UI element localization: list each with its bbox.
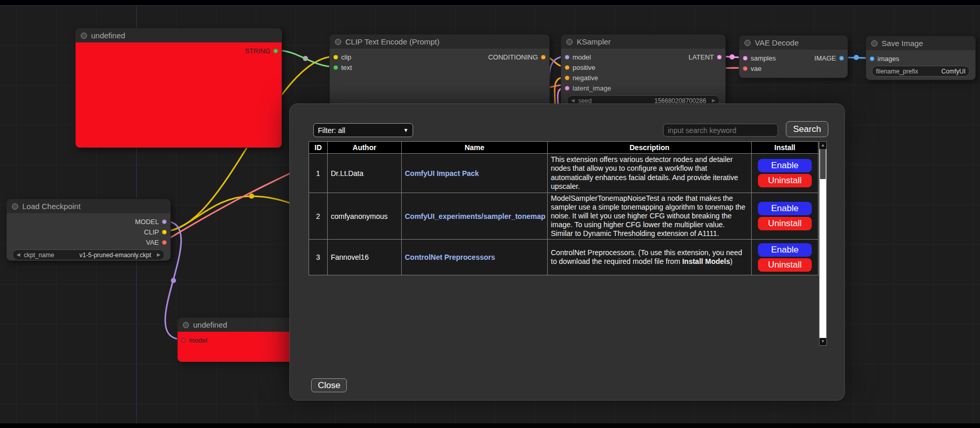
- node-collapse-icon[interactable]: [566, 39, 573, 45]
- cell-author: Dr.Lt.Data: [328, 154, 402, 193]
- output-label: CLIP: [144, 228, 159, 236]
- input-label: latent_image: [573, 84, 611, 92]
- extension-link[interactable]: ComfyUI_experiments/sampler_tonemap: [405, 212, 546, 220]
- input-label: text: [341, 64, 352, 71]
- input-slot-clip[interactable]: [333, 55, 338, 60]
- output-slot-clip[interactable]: [162, 230, 167, 234]
- input-slot-latent-image[interactable]: [565, 86, 569, 91]
- extensions-table: ID Author Name Description Install 1 Dr.…: [309, 141, 818, 275]
- output-slot-image[interactable]: [839, 56, 844, 61]
- input-slot-text[interactable]: [333, 65, 338, 70]
- input-slot-samples[interactable]: [743, 56, 748, 61]
- input-slot-model[interactable]: [565, 55, 569, 60]
- header-id: ID: [309, 142, 328, 154]
- close-button[interactable]: Close: [311, 378, 347, 392]
- cell-id: 3: [309, 240, 328, 275]
- search-input[interactable]: [663, 124, 778, 137]
- output-slot-string[interactable]: [273, 49, 278, 53]
- widget-label: filename_prefix: [876, 68, 918, 75]
- input-slot-negative[interactable]: [565, 76, 569, 80]
- node-title: undefined: [91, 31, 125, 40]
- scroll-up-icon[interactable]: ▲: [820, 142, 826, 149]
- input-label: positive: [573, 64, 595, 71]
- output-slot-conditioning[interactable]: [541, 55, 546, 60]
- enable-button[interactable]: Enable: [758, 243, 812, 257]
- node-vae-decode[interactable]: VAE Decode samples IMAGE vae: [739, 35, 848, 78]
- node-collapse-icon[interactable]: [335, 39, 341, 45]
- node-title-bar[interactable]: Load Checkpoint: [7, 199, 170, 213]
- input-slot-images[interactable]: [870, 56, 874, 61]
- widget-label: ckpt_name: [24, 252, 54, 259]
- extension-row: 3 Fannovel16 ControlNet Preprocessors Co…: [309, 240, 818, 275]
- extension-link[interactable]: ControlNet Preprocessors: [405, 253, 495, 261]
- node-title-bar[interactable]: VAE Decode: [739, 36, 847, 50]
- node-title: CLIP Text Encode (Prompt): [345, 37, 440, 46]
- custom-nodes-manager-dialog: Filter: all ▼ Search ID Author Name Desc…: [289, 104, 845, 401]
- uninstall-button[interactable]: Uninstall: [758, 258, 812, 272]
- cell-id: 1: [309, 154, 328, 193]
- header-install: Install: [752, 142, 818, 154]
- scroll-down-icon[interactable]: ▼: [820, 338, 826, 345]
- node-title: Load Checkpoint: [22, 202, 81, 211]
- node-title: KSampler: [577, 37, 611, 46]
- enable-button[interactable]: Enable: [758, 202, 812, 215]
- node-title-bar[interactable]: undefined: [76, 28, 282, 42]
- node-collapse-icon[interactable]: [871, 40, 877, 47]
- output-label: CONDITIONING: [488, 53, 538, 61]
- input-label: model: [573, 53, 591, 61]
- input-slot-positive[interactable]: [565, 65, 569, 70]
- extension-row: 2 comfyanonymous ComfyUI_experiments/sam…: [309, 193, 818, 240]
- widget-value: ComfyUI: [941, 68, 966, 75]
- search-button[interactable]: Search: [786, 121, 828, 137]
- dialog-scrollbar[interactable]: ▲ ▼: [819, 141, 827, 346]
- decrement-arrow-icon[interactable]: ◀: [17, 250, 20, 260]
- node-undefined-top[interactable]: undefined STRING: [75, 28, 282, 148]
- header-author: Author: [328, 142, 402, 154]
- increment-arrow-icon[interactable]: ▶: [157, 250, 160, 260]
- node-graph-canvas[interactable]: undefined STRING CLIP Text Encode (Promp…: [0, 0, 980, 428]
- header-name: Name: [402, 142, 548, 154]
- uninstall-button[interactable]: Uninstall: [758, 217, 812, 230]
- enable-button[interactable]: Enable: [758, 159, 812, 172]
- cell-author: Fannovel16: [328, 240, 402, 275]
- filename-prefix-widget[interactable]: filename_prefix ComfyUI: [872, 66, 970, 77]
- node-title: Save Image: [882, 39, 923, 48]
- extension-link[interactable]: ComfyUI Impact Pack: [405, 169, 479, 178]
- node-title-bar[interactable]: undefined: [178, 318, 297, 332]
- scrollbar-thumb[interactable]: [820, 149, 826, 179]
- node-collapse-icon[interactable]: [183, 322, 189, 328]
- filter-select[interactable]: Filter: all: [313, 123, 413, 137]
- extension-row: 1 Dr.Lt.Data ComfyUI Impact Pack This ex…: [309, 154, 818, 193]
- output-label: MODEL: [135, 218, 159, 226]
- node-title-bar[interactable]: CLIP Text Encode (Prompt): [330, 35, 549, 49]
- node-load-checkpoint[interactable]: Load Checkpoint MODEL CLIP VAE ◀ ckpt_na…: [6, 199, 171, 261]
- output-label: LATENT: [689, 53, 714, 61]
- node-save-image[interactable]: Save Image images filename_prefix ComfyU…: [866, 36, 976, 80]
- header-description: Description: [548, 142, 752, 154]
- output-slot-vae[interactable]: [162, 240, 167, 245]
- node-title-bar[interactable]: Save Image: [866, 36, 975, 50]
- extensions-table-wrap: ID Author Name Description Install 1 Dr.…: [309, 141, 818, 275]
- node-collapse-icon[interactable]: [744, 40, 751, 46]
- node-collapse-icon[interactable]: [81, 33, 87, 39]
- output-label: STRING: [245, 47, 270, 55]
- node-title: undefined: [193, 320, 227, 329]
- widget-value: v1-5-pruned-emaonly.ckpt: [80, 252, 152, 259]
- output-slot-model[interactable]: [162, 219, 167, 224]
- output-slot-latent[interactable]: [717, 55, 722, 60]
- node-title-bar[interactable]: KSampler: [561, 35, 725, 49]
- table-header-row: ID Author Name Description Install: [309, 142, 818, 154]
- input-label: images: [877, 55, 899, 63]
- node-undefined-bottom[interactable]: undefined model: [177, 317, 297, 362]
- input-slot-model[interactable]: [181, 338, 186, 343]
- ckpt-name-widget[interactable]: ◀ ckpt_name v1-5-pruned-emaonly.ckpt ▶: [12, 249, 165, 260]
- node-collapse-icon[interactable]: [12, 203, 18, 210]
- cell-description: ModelSamplerTonemapNoiseTest a node that…: [548, 193, 752, 240]
- input-label: negative: [573, 74, 598, 82]
- input-slot-vae[interactable]: [743, 66, 748, 71]
- output-label: IMAGE: [814, 54, 836, 62]
- uninstall-button[interactable]: Uninstall: [758, 174, 812, 187]
- input-label: model: [189, 336, 207, 344]
- input-label: vae: [751, 65, 762, 72]
- cell-id: 2: [309, 193, 328, 240]
